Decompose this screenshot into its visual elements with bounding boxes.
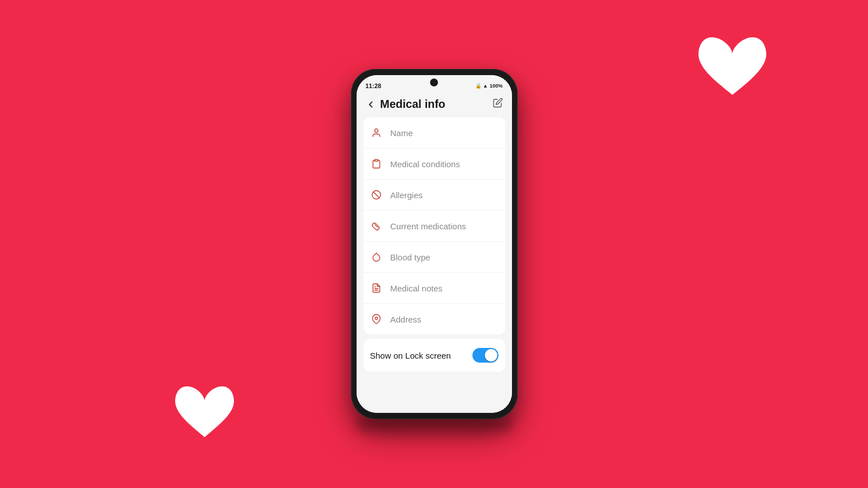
decorative-heart-top-right: [698, 34, 766, 96]
header-left: Medical info: [366, 98, 446, 111]
menu-label-medical-conditions: Medical conditions: [390, 159, 460, 169]
phone-screen: 11:28 🔒 ▲ 100% Medical info: [357, 75, 512, 413]
lock-screen-toggle[interactable]: [472, 348, 498, 363]
toggle-knob: [485, 349, 497, 361]
menu-item-address[interactable]: Address: [363, 304, 505, 334]
clipboard-icon: [370, 158, 383, 170]
page-title: Medical info: [380, 98, 446, 111]
phone-body: 11:28 🔒 ▲ 100% Medical info: [351, 69, 518, 419]
signal-icon: 🔒: [475, 83, 481, 89]
status-time: 11:28: [366, 82, 381, 89]
status-icons: 🔒 ▲ 100%: [475, 83, 503, 89]
lock-screen-section: Show on Lock screen: [363, 339, 505, 372]
person-icon: [370, 127, 383, 139]
menu-label-medical-notes: Medical notes: [390, 284, 443, 293]
menu-item-blood-type[interactable]: Blood type: [363, 242, 505, 273]
menu-item-current-medications[interactable]: Current medications: [363, 211, 505, 242]
pill-icon: [370, 220, 383, 232]
lock-screen-label: Show on Lock screen: [370, 351, 451, 360]
battery-icon: 100%: [489, 83, 502, 89]
menu-item-allergies[interactable]: Allergies: [363, 180, 505, 211]
status-bar: 11:28 🔒 ▲ 100%: [357, 75, 512, 93]
menu-section: Name Medical conditions: [363, 117, 505, 334]
drop-icon: [370, 251, 383, 263]
menu-item-medical-notes[interactable]: Medical notes: [363, 273, 505, 304]
svg-point-7: [375, 317, 377, 320]
location-icon: [370, 313, 383, 325]
app-header: Medical info: [357, 93, 512, 117]
svg-rect-1: [375, 160, 378, 162]
svg-point-0: [375, 129, 378, 132]
camera-cutout: [430, 79, 438, 86]
menu-label-address: Address: [390, 315, 422, 324]
edit-button[interactable]: [493, 98, 503, 111]
wifi-icon: ▲: [483, 83, 488, 89]
svg-line-3: [373, 192, 379, 198]
ban-icon: [370, 189, 383, 201]
decorative-heart-bottom-left: [175, 384, 235, 437]
scroll-area[interactable]: Name Medical conditions: [357, 117, 512, 413]
menu-label-allergies: Allergies: [390, 190, 423, 200]
menu-label-current-medications: Current medications: [390, 221, 466, 231]
menu-item-medical-conditions[interactable]: Medical conditions: [363, 149, 505, 180]
menu-label-blood-type: Blood type: [390, 252, 431, 262]
phone-mockup: 11:28 🔒 ▲ 100% Medical info: [351, 69, 518, 419]
back-button[interactable]: [366, 99, 376, 110]
menu-item-name[interactable]: Name: [363, 117, 505, 149]
note-icon: [370, 282, 383, 294]
menu-label-name: Name: [390, 128, 413, 138]
